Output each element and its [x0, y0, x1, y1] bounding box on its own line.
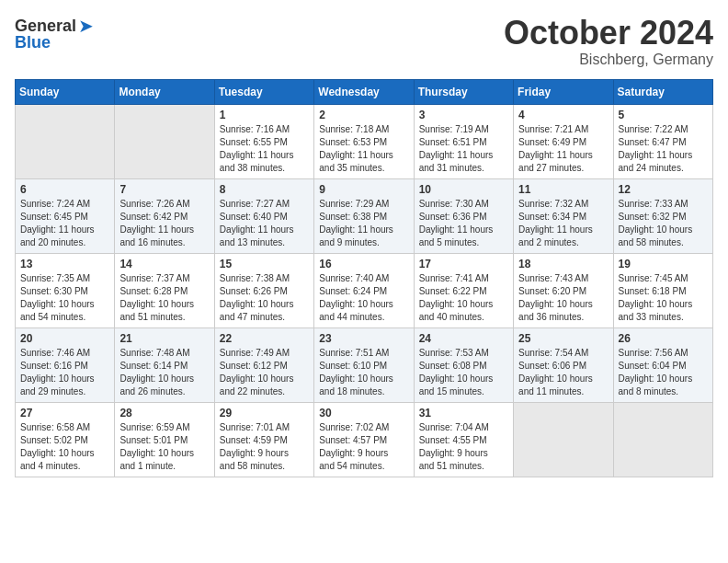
day-info: Sunrise: 6:58 AM Sunset: 5:02 PM Dayligh… — [20, 421, 109, 473]
day-number: 28 — [119, 407, 209, 419]
day-number: 31 — [419, 407, 508, 419]
day-info: Sunrise: 7:30 AM Sunset: 6:36 PM Dayligh… — [419, 198, 508, 249]
day-info: Sunrise: 7:48 AM Sunset: 6:14 PM Dayligh… — [119, 347, 209, 398]
day-info: Sunrise: 7:49 AM Sunset: 6:12 PM Dayligh… — [220, 347, 309, 398]
title-block: October 2024 Bischberg, Germany — [504, 15, 713, 68]
day-info: Sunrise: 7:29 AM Sunset: 6:38 PM Dayligh… — [319, 198, 408, 249]
day-number: 19 — [619, 258, 708, 270]
calendar-cell: 3Sunrise: 7:19 AM Sunset: 6:51 PM Daylig… — [414, 104, 513, 178]
calendar-cell: 31Sunrise: 7:04 AM Sunset: 4:55 PM Dayli… — [414, 402, 513, 477]
day-number: 22 — [220, 332, 309, 345]
day-number: 9 — [319, 183, 408, 196]
day-number: 3 — [419, 109, 508, 121]
weekday-header: Monday — [115, 79, 214, 104]
day-info: Sunrise: 6:59 AM Sunset: 5:01 PM Dayligh… — [119, 421, 209, 473]
calendar-cell: 23Sunrise: 7:51 AM Sunset: 6:10 PM Dayli… — [314, 327, 414, 402]
day-info: Sunrise: 7:37 AM Sunset: 6:28 PM Dayligh… — [119, 272, 209, 324]
day-info: Sunrise: 7:19 AM Sunset: 6:51 PM Dayligh… — [419, 123, 508, 175]
month-title: October 2024 — [504, 15, 713, 52]
calendar-cell: 17Sunrise: 7:41 AM Sunset: 6:22 PM Dayli… — [414, 253, 513, 327]
day-number: 16 — [319, 258, 408, 270]
day-number: 29 — [220, 407, 309, 419]
calendar-cell: 29Sunrise: 7:01 AM Sunset: 4:59 PM Dayli… — [214, 402, 313, 477]
day-info: Sunrise: 7:02 AM Sunset: 4:57 PM Dayligh… — [319, 421, 408, 473]
calendar-week-row: 13Sunrise: 7:35 AM Sunset: 6:30 PM Dayli… — [16, 253, 713, 327]
calendar-cell — [115, 104, 214, 178]
logo-bird-icon: ➤ — [78, 15, 94, 37]
calendar-cell: 15Sunrise: 7:38 AM Sunset: 6:26 PM Dayli… — [214, 253, 313, 327]
calendar-cell: 22Sunrise: 7:49 AM Sunset: 6:12 PM Dayli… — [214, 327, 313, 402]
calendar-cell: 18Sunrise: 7:43 AM Sunset: 6:20 PM Dayli… — [514, 253, 613, 327]
day-info: Sunrise: 7:56 AM Sunset: 6:04 PM Dayligh… — [619, 347, 708, 398]
weekday-header: Friday — [514, 79, 613, 104]
calendar-cell: 2Sunrise: 7:18 AM Sunset: 6:53 PM Daylig… — [314, 104, 414, 178]
calendar-cell: 25Sunrise: 7:54 AM Sunset: 6:06 PM Dayli… — [514, 327, 613, 402]
logo: General ➤ Blue — [15, 15, 94, 52]
day-number: 1 — [220, 109, 309, 121]
calendar-cell: 10Sunrise: 7:30 AM Sunset: 6:36 PM Dayli… — [414, 178, 513, 253]
day-info: Sunrise: 7:43 AM Sunset: 6:20 PM Dayligh… — [518, 272, 608, 324]
day-number: 18 — [518, 258, 608, 270]
calendar-cell: 4Sunrise: 7:21 AM Sunset: 6:49 PM Daylig… — [514, 104, 613, 178]
calendar-week-row: 6Sunrise: 7:24 AM Sunset: 6:45 PM Daylig… — [16, 178, 713, 253]
calendar-cell: 27Sunrise: 6:58 AM Sunset: 5:02 PM Dayli… — [16, 402, 115, 477]
day-number: 20 — [20, 332, 109, 345]
calendar-cell: 20Sunrise: 7:46 AM Sunset: 6:16 PM Dayli… — [16, 327, 115, 402]
day-info: Sunrise: 7:27 AM Sunset: 6:40 PM Dayligh… — [220, 198, 309, 249]
day-number: 8 — [220, 183, 309, 196]
calendar-cell: 6Sunrise: 7:24 AM Sunset: 6:45 PM Daylig… — [16, 178, 115, 253]
day-number: 11 — [518, 183, 608, 196]
calendar-cell — [16, 104, 115, 178]
calendar-cell: 19Sunrise: 7:45 AM Sunset: 6:18 PM Dayli… — [613, 253, 712, 327]
weekday-header: Sunday — [16, 79, 115, 104]
day-number: 24 — [419, 332, 508, 345]
day-info: Sunrise: 7:46 AM Sunset: 6:16 PM Dayligh… — [20, 347, 109, 398]
page-header: General ➤ Blue October 2024 Bischberg, G… — [15, 15, 713, 68]
calendar-cell: 12Sunrise: 7:33 AM Sunset: 6:32 PM Dayli… — [613, 178, 712, 253]
day-info: Sunrise: 7:35 AM Sunset: 6:30 PM Dayligh… — [20, 272, 109, 324]
day-info: Sunrise: 7:04 AM Sunset: 4:55 PM Dayligh… — [419, 421, 508, 473]
day-info: Sunrise: 7:24 AM Sunset: 6:45 PM Dayligh… — [20, 198, 109, 249]
calendar-cell: 9Sunrise: 7:29 AM Sunset: 6:38 PM Daylig… — [314, 178, 414, 253]
calendar-week-row: 27Sunrise: 6:58 AM Sunset: 5:02 PM Dayli… — [16, 402, 713, 477]
day-info: Sunrise: 7:22 AM Sunset: 6:47 PM Dayligh… — [619, 123, 708, 175]
weekday-header: Thursday — [414, 79, 513, 104]
day-number: 27 — [20, 407, 109, 419]
calendar-cell: 14Sunrise: 7:37 AM Sunset: 6:28 PM Dayli… — [115, 253, 214, 327]
day-number: 14 — [119, 258, 209, 270]
day-number: 30 — [319, 407, 408, 419]
day-info: Sunrise: 7:16 AM Sunset: 6:55 PM Dayligh… — [220, 123, 309, 175]
calendar-table: SundayMondayTuesdayWednesdayThursdayFrid… — [15, 79, 713, 477]
day-info: Sunrise: 7:33 AM Sunset: 6:32 PM Dayligh… — [619, 198, 708, 249]
calendar-cell: 16Sunrise: 7:40 AM Sunset: 6:24 PM Dayli… — [314, 253, 414, 327]
calendar-cell: 11Sunrise: 7:32 AM Sunset: 6:34 PM Dayli… — [514, 178, 613, 253]
day-number: 7 — [119, 183, 209, 196]
day-info: Sunrise: 7:53 AM Sunset: 6:08 PM Dayligh… — [419, 347, 508, 398]
day-number: 15 — [220, 258, 309, 270]
day-number: 25 — [518, 332, 608, 345]
day-number: 10 — [419, 183, 508, 196]
day-number: 23 — [319, 332, 408, 345]
day-number: 5 — [619, 109, 708, 121]
day-info: Sunrise: 7:45 AM Sunset: 6:18 PM Dayligh… — [619, 272, 708, 324]
day-info: Sunrise: 7:51 AM Sunset: 6:10 PM Dayligh… — [319, 347, 408, 398]
weekday-header: Saturday — [613, 79, 712, 104]
day-info: Sunrise: 7:01 AM Sunset: 4:59 PM Dayligh… — [220, 421, 309, 473]
day-info: Sunrise: 7:40 AM Sunset: 6:24 PM Dayligh… — [319, 272, 408, 324]
day-number: 21 — [119, 332, 209, 345]
calendar-cell: 24Sunrise: 7:53 AM Sunset: 6:08 PM Dayli… — [414, 327, 513, 402]
calendar-cell: 7Sunrise: 7:26 AM Sunset: 6:42 PM Daylig… — [115, 178, 214, 253]
weekday-header: Wednesday — [314, 79, 414, 104]
day-number: 2 — [319, 109, 408, 121]
calendar-cell: 26Sunrise: 7:56 AM Sunset: 6:04 PM Dayli… — [613, 327, 712, 402]
calendar-cell: 8Sunrise: 7:27 AM Sunset: 6:40 PM Daylig… — [214, 178, 313, 253]
day-number: 17 — [419, 258, 508, 270]
day-info: Sunrise: 7:54 AM Sunset: 6:06 PM Dayligh… — [518, 347, 608, 398]
day-number: 6 — [20, 183, 109, 196]
day-info: Sunrise: 7:18 AM Sunset: 6:53 PM Dayligh… — [319, 123, 408, 175]
calendar-cell — [613, 402, 712, 477]
calendar-cell: 30Sunrise: 7:02 AM Sunset: 4:57 PM Dayli… — [314, 402, 414, 477]
calendar-cell: 21Sunrise: 7:48 AM Sunset: 6:14 PM Dayli… — [115, 327, 214, 402]
calendar-week-row: 1Sunrise: 7:16 AM Sunset: 6:55 PM Daylig… — [16, 104, 713, 178]
weekday-header: Tuesday — [214, 79, 313, 104]
